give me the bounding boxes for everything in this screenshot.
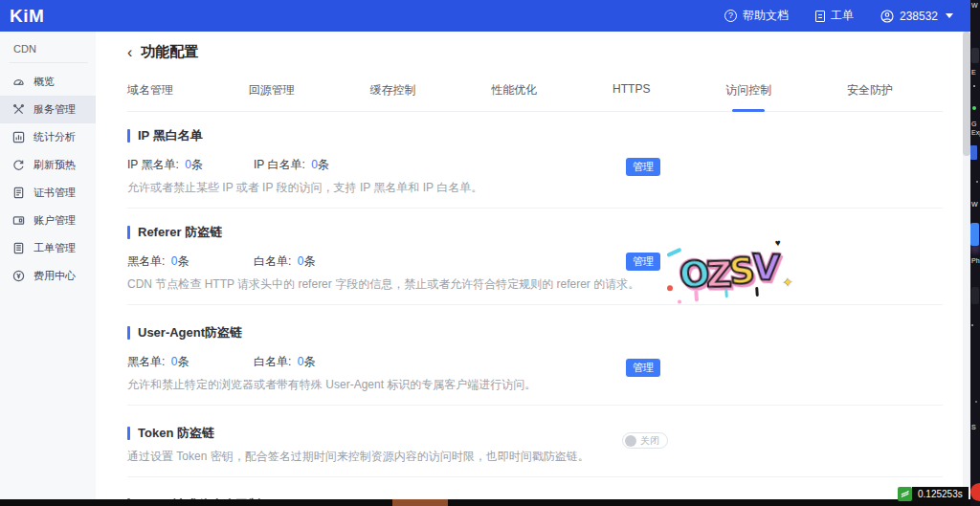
help-docs-label: 帮助文档 — [743, 8, 789, 24]
sidebar-item-label: 统计分析 — [33, 130, 76, 144]
sidebar-item-label: 工单管理 — [33, 241, 76, 255]
section-title: Token 防盗链 — [127, 425, 943, 442]
page-title-text: 功能配置 — [141, 43, 198, 61]
manage-ip-list-button[interactable]: 管理 — [626, 158, 660, 176]
graffiti-text: O Z S V — [679, 252, 778, 294]
sidebar-item-label: 证书管理 — [33, 186, 76, 200]
certificate-icon — [12, 187, 25, 199]
section-title: IP 黑白名单 — [127, 127, 943, 144]
page-title: ‹ 功能配置 — [127, 43, 963, 61]
ip-blacklist-count: IP 黑名单: 0条 — [127, 157, 254, 173]
desktop-icon-label: E — [970, 69, 980, 77]
tab-security[interactable]: 安全防护 — [847, 82, 893, 111]
sidebar-item-refresh-prefetch[interactable]: 刷新预热 — [0, 151, 96, 179]
user-id: 238532 — [900, 10, 938, 23]
ozsv-graffiti-watermark: ♥ ✦ O Z S V — [679, 252, 778, 294]
desktop-icon[interactable] — [971, 48, 979, 63]
help-docs-link[interactable]: ? 帮助文档 — [724, 8, 789, 24]
sidebar-item-label: 概览 — [33, 75, 55, 89]
extension-leaf-icon — [898, 487, 912, 501]
section-description: CDN 节点检查 HTTP 请求头中的 referer 字段的信息，禁止或者允许… — [127, 276, 943, 293]
desktop-icon[interactable] — [971, 287, 979, 304]
user-menu[interactable]: 238532 — [880, 10, 953, 23]
user-icon — [880, 10, 894, 23]
sidebar-item-label: 费用中心 — [33, 269, 76, 283]
tab-access-control[interactable]: 访问控制 — [725, 82, 771, 111]
tab-https[interactable]: HTTPS — [612, 82, 650, 111]
tools-icon — [12, 103, 25, 116]
section-description: 通过设置 Token 密钥，配合签名过期时间来控制资源内容的访问时限，也即时间戳… — [127, 449, 943, 465]
desktop-icon[interactable] — [970, 145, 977, 160]
sidebar-item-label: 刷新预热 — [33, 158, 76, 172]
ticket-label: 工单 — [831, 8, 854, 24]
dashboard-icon — [12, 76, 25, 88]
toggle-knob — [625, 435, 636, 447]
card-icon — [12, 214, 25, 227]
browser-window: KiM ? 帮助文档 工单 238532 CDN — [0, 0, 970, 506]
sidebar-item-label: 服务管理 — [33, 102, 76, 117]
ua-whitelist-count: 白名单: 0条 — [254, 354, 380, 370]
section-description: 允许和禁止特定的浏览器或者带有特殊 User-Agent 标识的专属客户端进行访… — [127, 377, 943, 393]
sidebar-item-billing[interactable]: 费用中心 — [0, 262, 96, 290]
tab-origin-management[interactable]: 回源管理 — [249, 82, 295, 111]
section-http-body-size-limit: HTTP 请求体大小限制 单次请求最大可提交:512MB 限制单次请求体的内容大… — [127, 477, 943, 499]
page-load-time-badge: 0.125253s — [898, 487, 969, 501]
page-scrollbar[interactable] — [963, 32, 970, 499]
section-title: Referer 防盗链 — [127, 224, 943, 241]
sidebar-item-work-orders[interactable]: 工单管理 — [0, 234, 96, 262]
kim-logo: KiM — [10, 6, 44, 27]
sidebar-item-statistics[interactable]: 统计分析 — [0, 123, 96, 151]
refresh-icon — [12, 159, 25, 171]
question-circle-icon: ? — [724, 10, 737, 22]
graffiti-sparkle-decoration: ✦ — [782, 275, 793, 290]
sidebar-group-label: CDN — [0, 32, 96, 62]
tab-cache-control[interactable]: 缓存控制 — [370, 82, 416, 111]
desktop-icon[interactable] — [970, 223, 979, 246]
chevron-down-icon — [946, 13, 953, 18]
taskbar-orange-segment — [392, 499, 448, 506]
sidebar-item-certificates[interactable]: 证书管理 — [0, 179, 96, 207]
section-referer-antileech: Referer 防盗链 黑名单: 0条 白名单: 0条 CDN 节点检查 HTT… — [127, 209, 943, 305]
sidebar-item-overview[interactable]: 概览 — [0, 68, 96, 96]
section-description: 允许或者禁止某些 IP 或者 IP 段的访问，支持 IP 黑名单和 IP 白名单… — [127, 180, 943, 196]
section-token-antileech: Token 防盗链 通过设置 Token 密钥，配合签名过期时间来控制资源内容的… — [127, 406, 943, 477]
sidebar-item-account[interactable]: 账户管理 — [0, 207, 96, 234]
section-useragent-antileech: User-Agent防盗链 黑名单: 0条 白名单: 0条 允许和禁止特定的浏览… — [127, 305, 943, 406]
ip-whitelist-count: IP 白名单: 0条 — [254, 157, 380, 173]
manage-referer-button[interactable]: 管理 — [626, 253, 660, 271]
desktop-icon-label: S — [970, 424, 980, 431]
desktop-icon[interactable] — [970, 483, 980, 501]
bar-chart-icon — [12, 131, 25, 143]
sidebar-item-label: 账户管理 — [33, 213, 76, 228]
sidebar: CDN 概览 服务管理 统计分析 刷新预热 证书管理 账户管理 工单管理 — [0, 32, 96, 499]
token-antileech-toggle[interactable]: 关闭 — [622, 432, 668, 449]
list-icon — [12, 242, 25, 254]
tab-performance[interactable]: 性能优化 — [491, 82, 537, 111]
section-ip-blacklist-whitelist: IP 黑白名单 IP 黑名单: 0条 IP 白名单: 0条 允许或者禁止某些 I… — [127, 112, 943, 209]
graffiti-drip — [694, 290, 699, 301]
load-time-value: 0.125253s — [912, 487, 969, 501]
graffiti-drip — [724, 289, 728, 297]
manage-useragent-button[interactable]: 管理 — [626, 359, 660, 377]
billing-icon — [12, 270, 25, 282]
count-value: 0 — [185, 158, 191, 171]
toggle-label: 关闭 — [640, 434, 659, 448]
referer-blacklist-count: 黑名单: 0条 — [127, 253, 254, 270]
ua-blacklist-count: 黑名单: 0条 — [127, 354, 254, 370]
tab-bar: 域名管理 回源管理 缓存控制 性能优化 HTTPS 访问控制 安全防护 — [127, 82, 943, 112]
count-value: 0 — [311, 158, 318, 171]
sidebar-item-service-management[interactable]: 服务管理 — [0, 96, 96, 123]
sidebar-divider — [10, 62, 88, 63]
back-icon[interactable]: ‹ — [127, 46, 132, 59]
desktop-icon-label: W — [970, 201, 980, 209]
scrollbar-thumb[interactable] — [963, 32, 970, 156]
ticket-link[interactable]: 工单 — [815, 8, 854, 24]
referer-whitelist-count: 白名单: 0条 — [254, 253, 380, 270]
desktop-icon-label: Exp — [970, 129, 980, 137]
document-icon — [815, 11, 825, 22]
section-title: User-Agent防盗链 — [127, 324, 943, 341]
tab-domain-management[interactable]: 域名管理 — [127, 82, 173, 111]
graffiti-drip — [755, 287, 759, 297]
desktop-wallpaper-strip: W E G Exp W Ph S — [970, 0, 980, 506]
desktop-icon-label: Ph — [970, 257, 980, 265]
